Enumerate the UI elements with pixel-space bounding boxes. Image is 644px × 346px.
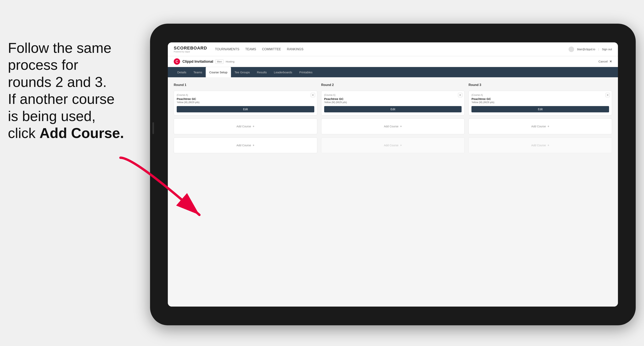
cancel-x-icon: ✕ (610, 60, 612, 63)
round-3-course-name: Peachtree GC (472, 97, 609, 101)
round-3-delete-icon[interactable]: ✕ (606, 93, 610, 97)
round-2-course-details: Yellow (M) (6629 yds) (324, 101, 462, 104)
user-avatar (568, 46, 574, 52)
round-1-course-name: Peachtree GC (177, 97, 314, 101)
round-3-add-course-1-label: Add Course + (531, 125, 549, 128)
round-2-delete-icon[interactable]: ✕ (458, 93, 462, 97)
c-logo: C (174, 58, 180, 65)
round-3-add-course-2: Add Course + (468, 137, 612, 153)
round-3-course-card: ✕ (Course A) Peachtree GC Yellow (M) (66… (468, 91, 612, 115)
round-3-edit-button[interactable]: Edit (472, 106, 609, 112)
nav-tournaments[interactable]: TOURNAMENTS (215, 46, 239, 52)
powered-by: Powered by clippd (174, 51, 207, 53)
main-content: Round 1 ✕ (Course A) Peachtree GC Yellow… (168, 77, 618, 307)
tab-details-label: Details (177, 71, 186, 74)
round-1-course-details: Yellow (M) (6629 yds) (177, 101, 314, 104)
tab-course-setup-label: Course Setup (209, 71, 228, 74)
nav-right: blair@clippd.io | Sign out (568, 46, 612, 52)
tablet-side-button (152, 122, 154, 134)
round-1-add-course-1[interactable]: Add Course + (174, 119, 317, 134)
round-2-edit-button[interactable]: Edit (324, 106, 462, 112)
nav-links: TOURNAMENTS TEAMS COMMITTEE RANKINGS (215, 46, 568, 52)
user-email: blair@clippd.io (577, 48, 595, 51)
round-3-add-course-2-label: Add Course + (531, 144, 549, 147)
tab-teams-label: Teams (194, 71, 202, 74)
nav-committee[interactable]: COMMITTEE (262, 46, 281, 52)
round-1-add-course-2[interactable]: Add Course + (174, 137, 317, 153)
nav-teams[interactable]: TEAMS (245, 46, 256, 52)
tournament-name: Clippd Invitational (182, 60, 213, 64)
top-nav: SCOREBOARD Powered by clippd TOURNAMENTS… (168, 42, 618, 56)
tab-tee-groups-label: Tee Groups (234, 71, 250, 74)
tab-printables-label: Printables (299, 71, 312, 74)
round-3-column: Round 3 ✕ (Course A) Peachtree GC Yellow… (468, 83, 612, 153)
round-2-course-name: Peachtree GC (324, 97, 462, 101)
tab-printables[interactable]: Printables (296, 67, 316, 77)
round-2-course-card: ✕ (Course A) Peachtree GC Yellow (M) (66… (321, 91, 465, 115)
add-plus-icon-5: + (548, 125, 549, 128)
sign-out-link[interactable]: Sign out (602, 48, 612, 51)
round-2-add-course-2-label: Add Course + (384, 144, 402, 147)
add-plus-icon-6: + (548, 144, 549, 147)
tab-results[interactable]: Results (253, 67, 270, 77)
add-plus-icon-1: + (253, 125, 254, 128)
round-3-title: Round 3 (468, 83, 612, 87)
round-1-course-label: (Course A) (177, 94, 314, 96)
add-plus-icon-3: + (400, 125, 402, 128)
add-plus-icon-2: + (253, 144, 254, 147)
round-3-add-course-1[interactable]: Add Course + (468, 119, 612, 134)
round-1-add-course-1-label: Add Course + (236, 125, 254, 128)
add-course-bold: Add Course. (40, 125, 124, 141)
round-2-course-label: (Course A) (324, 94, 462, 96)
round-2-add-course-2: Add Course + (321, 137, 465, 153)
round-1-add-course-2-label: Add Course + (236, 144, 254, 147)
cancel-label: Cancel (598, 60, 608, 63)
round-1-column: Round 1 ✕ (Course A) Peachtree GC Yellow… (174, 83, 317, 153)
men-badge: Men (215, 60, 224, 64)
round-1-edit-button[interactable]: Edit (177, 106, 314, 112)
round-1-course-card: ✕ (Course A) Peachtree GC Yellow (M) (66… (174, 91, 317, 115)
tablet-screen: SCOREBOARD Powered by clippd TOURNAMENTS… (168, 42, 618, 307)
round-3-course-details: Yellow (M) (6629 yds) (472, 101, 609, 104)
tab-results-label: Results (257, 71, 267, 74)
tab-bar: Details Teams Course Setup Tee Groups Re… (168, 67, 618, 77)
instruction-text-content: Follow the same process for rounds 2 and… (8, 40, 124, 141)
round-2-add-course-1[interactable]: Add Course + (321, 119, 465, 134)
tab-tee-groups[interactable]: Tee Groups (231, 67, 254, 77)
round-1-delete-icon[interactable]: ✕ (311, 93, 315, 97)
rounds-container: Round 1 ✕ (Course A) Peachtree GC Yellow… (174, 83, 612, 153)
tab-teams[interactable]: Teams (190, 67, 206, 77)
tab-details[interactable]: Details (174, 67, 190, 77)
round-1-title: Round 1 (174, 83, 317, 87)
round-2-add-course-1-label: Add Course + (384, 125, 402, 128)
scoreboard-logo: SCOREBOARD (174, 45, 207, 51)
sub-header: C Clippd Invitational Men Hosting Cancel… (168, 56, 618, 67)
add-plus-icon-4: + (400, 144, 402, 147)
round-3-course-label: (Course A) (472, 94, 609, 96)
hosting-badge: Hosting (226, 60, 234, 63)
tab-leaderboards-label: Leaderboards (274, 71, 292, 74)
tablet-frame: SCOREBOARD Powered by clippd TOURNAMENTS… (150, 24, 636, 325)
c-letter: C (176, 60, 178, 64)
instruction-panel: Follow the same process for rounds 2 and… (0, 31, 138, 150)
round-2-title: Round 2 (321, 83, 465, 87)
cancel-button[interactable]: Cancel ✕ (598, 60, 612, 63)
nav-rankings[interactable]: RANKINGS (287, 46, 304, 52)
divider: | (598, 48, 599, 51)
tab-leaderboards[interactable]: Leaderboards (270, 67, 296, 77)
logo-area: SCOREBOARD Powered by clippd (174, 45, 207, 53)
round-2-column: Round 2 ✕ (Course A) Peachtree GC Yellow… (321, 83, 465, 153)
tab-course-setup[interactable]: Course Setup (206, 67, 231, 77)
